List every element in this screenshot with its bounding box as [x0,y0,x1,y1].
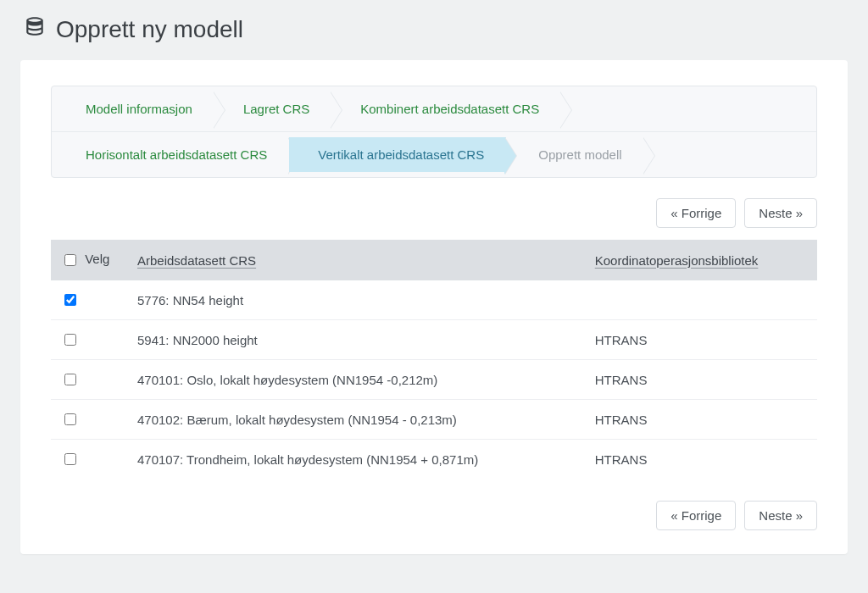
step-model-info[interactable]: Modell informasjon [57,91,214,126]
row-checkbox[interactable] [64,413,76,425]
row-select-cell [51,280,127,320]
next-button[interactable]: Neste » [744,501,817,530]
row-checkbox[interactable] [64,294,76,306]
step-vertical-crs[interactable]: Vertikalt arbeidsdatasett CRS [289,137,506,172]
wizard-row-1: Modell informasjon Lagret CRS Kombinert … [52,86,816,131]
row-select-cell [51,360,127,400]
step-saved-crs[interactable]: Lagret CRS [214,91,331,126]
prev-button[interactable]: « Forrige [656,198,736,228]
step-label: Vertikalt arbeidsdatasett CRS [318,147,484,162]
step-label: Modell informasjon [86,102,192,116]
row-crs: 470101: Oslo, lokalt høydesystem (NN1954… [127,360,585,400]
step-label: Horisontalt arbeidsdatasett CRS [86,147,267,162]
row-checkbox[interactable] [64,334,76,346]
step-label: Opprett modell [538,147,621,162]
col-crs[interactable]: Arbeidsdatasett CRS [127,240,585,280]
table-row: 470101: Oslo, lokalt høydesystem (NN1954… [51,360,817,400]
step-label: Lagret CRS [243,102,309,116]
select-all-checkbox[interactable] [64,254,76,266]
page-title: Opprett ny modell [24,15,848,43]
table-row: 5941: NN2000 heightHTRANS [51,320,817,360]
prev-button[interactable]: « Forrige [656,501,736,530]
row-lib: HTRANS [585,400,817,440]
row-select-cell [51,400,127,440]
chevron-right-icon [560,91,572,126]
row-crs: 470102: Bærum, lokalt høydesystem (NN195… [127,400,585,440]
row-crs: 5776: NN54 height [127,280,585,320]
row-crs: 470107: Trondheim, lokalt høydesystem (N… [127,440,585,479]
chevron-right-icon [643,137,655,172]
row-checkbox[interactable] [64,374,76,385]
row-lib: HTRANS [585,440,817,479]
row-checkbox[interactable] [64,453,76,465]
col-lib-label: Koordinatoperasjonsbibliotek [595,253,759,268]
col-select: Velg [51,240,127,280]
table-row: 5776: NN54 height [51,280,817,320]
wizard-card: Modell informasjon Lagret CRS Kombinert … [20,60,848,554]
row-lib: HTRANS [585,360,817,400]
col-lib[interactable]: Koordinatoperasjonsbibliotek [585,240,817,280]
row-lib: HTRANS [585,320,817,360]
step-horizontal-crs[interactable]: Horisontalt arbeidsdatasett CRS [57,137,289,172]
table-row: 470107: Trondheim, lokalt høydesystem (N… [51,440,817,479]
col-crs-label: Arbeidsdatasett CRS [137,253,256,268]
pager-top: « Forrige Neste » [51,198,817,228]
step-label: Kombinert arbeidsdatasett CRS [360,102,539,116]
row-select-cell [51,320,127,360]
next-button[interactable]: Neste » [744,198,817,228]
page-title-text: Opprett ny modell [56,16,243,43]
wizard-steps: Modell informasjon Lagret CRS Kombinert … [51,86,817,178]
step-create-model: Opprett modell [506,137,643,172]
crs-table: Velg Arbeidsdatasett CRS Koordinatoperas… [51,240,817,479]
step-combined-crs[interactable]: Kombinert arbeidsdatasett CRS [331,91,561,126]
wizard-row-2: Horisontalt arbeidsdatasett CRS Vertikal… [52,131,816,177]
row-select-cell [51,440,127,479]
database-icon [24,15,46,43]
col-select-label: Velg [85,252,109,266]
table-row: 470102: Bærum, lokalt høydesystem (NN195… [51,400,817,440]
row-lib [585,280,817,320]
pager-bottom: « Forrige Neste » [51,501,817,530]
row-crs: 5941: NN2000 height [127,320,585,360]
